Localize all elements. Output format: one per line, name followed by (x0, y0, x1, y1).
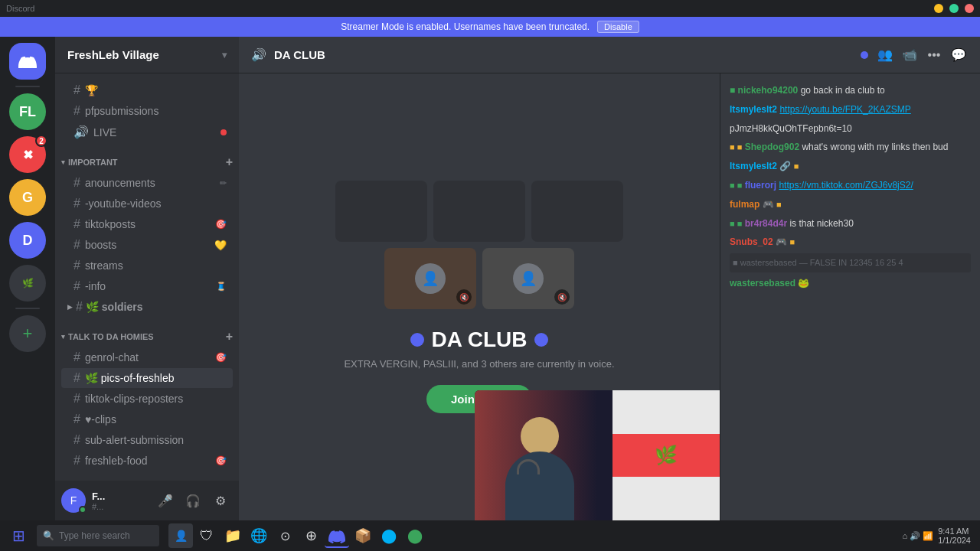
chat-link[interactable]: https://youtu.be/FPK_2KAZSMP (779, 104, 910, 115)
channel-item-hash-trophy[interactable]: # 🏆 (61, 80, 233, 100)
add-channel-btn-2[interactable]: + (226, 330, 233, 344)
hash-icon: # (74, 433, 80, 447)
chevron-down-icon: ▾ (222, 50, 227, 60)
hash-icon: # (74, 371, 80, 385)
channel-item-announcements[interactable]: # anouncements ✏ (61, 173, 233, 193)
server-name: FreshLeb Village (67, 48, 159, 61)
chat-username: wastersebased (730, 278, 795, 289)
taskbar-user-icon[interactable]: 👤 (168, 523, 193, 548)
channel-item-pics-of-freshleb[interactable]: # 🌿 pics-of-freshleb (61, 368, 233, 388)
add-server-btn[interactable]: + (9, 315, 46, 352)
settings-btn[interactable]: ⚙ (208, 488, 233, 513)
maximize-btn[interactable] (949, 4, 959, 13)
user-avatar[interactable]: F (61, 488, 86, 513)
boost-icon: 💛 (214, 240, 227, 251)
more-btn[interactable]: ••• (925, 46, 943, 64)
small-icon-3: ■ (789, 237, 795, 246)
channel-item-youtube-videos[interactable]: # -youtube-videos (61, 194, 233, 214)
channel-item-info[interactable]: # -info 🧵 (61, 276, 233, 296)
chat-username: fluerorj (745, 180, 776, 191)
chat-message-10: ■ wastersebased — FALSE IN 12345 16 25 4 (730, 253, 971, 272)
minimize-btn[interactable] (934, 4, 943, 13)
taskbar-apps: 👤 🛡 📁 🌐 ⊙ ⊕ 📦 ⬤ ⬤ (168, 523, 427, 548)
channel-item-streams[interactable]: # streams (61, 256, 233, 276)
chat-username: br4r84d4r (745, 218, 787, 229)
close-btn[interactable] (965, 4, 974, 13)
taskbar-browser-app[interactable]: 🌐 (247, 523, 271, 548)
app-body: FL ✖ 2 G D 🌿 + FreshLeb Village ▾ # 🏆 # … (0, 37, 980, 520)
system-clock: 9:41 AM1/1/2024 (938, 527, 971, 545)
video-grid: 👤 🔇 👤 🔇 (335, 181, 623, 309)
server-icon-list: FL ✖ 2 G D 🌿 + (0, 37, 55, 520)
hash-icon: # (74, 83, 80, 97)
headset-btn[interactable]: 🎧 (181, 488, 205, 513)
chat-emoji-icon-3: ■ ■ (730, 219, 742, 228)
topbar-actions: 👥 📹 ••• 💬 (876, 46, 968, 64)
channel-item-pfpsubmissions[interactable]: # pfpsubmissions (61, 101, 233, 121)
chat-message-8: ■ ■ br4r84d4r is that nickeh30 (730, 216, 971, 232)
channel-item-tiktok-clips-reposters[interactable]: # tiktok-clips-reposters (61, 389, 233, 409)
category-important[interactable]: ▾ IMPORTANT + (55, 143, 239, 172)
channel-item-boosts[interactable]: # boosts 💛 (61, 235, 233, 255)
chat-link-2[interactable]: https://vm.tiktok.com/ZGJ6v8jS2/ (779, 180, 913, 191)
add-channel-btn[interactable]: + (226, 155, 233, 169)
small-icon: ■ (794, 161, 799, 171)
disable-streamer-mode-btn[interactable]: Disable (597, 21, 639, 33)
channel-item-tiktokposts[interactable]: # tiktokposts 🎯 (61, 214, 233, 234)
chat-message-2: ltsmyleslt2 https://youtu.be/FPK_2KAZSMP (730, 102, 971, 118)
hash-icon: # (74, 197, 80, 210)
server-icon-dark[interactable]: 🌿 (9, 265, 46, 302)
server-icon-red[interactable]: ✖ 2 (9, 136, 46, 173)
taskbar-unknown2-app[interactable]: ⬤ (377, 523, 401, 548)
chat-username: ■ nickeho94200 (730, 85, 798, 96)
category-talk-to-da-homies[interactable]: ▾ TALK TO DA HOMIES + (55, 318, 239, 347)
voice-channel-title: DA CLUB (432, 328, 528, 352)
title-bar: Discord (0, 0, 980, 17)
channel-topbar: 🔊 DA CLUB 👥 📹 ••• 💬 (239, 37, 980, 73)
pencil-icon: ✏ (220, 178, 227, 188)
category-label: IMPORTANT (68, 158, 118, 167)
voice-channel-area: 👤 🔇 👤 🔇 DA CLUB EXTRA VERGI (239, 73, 720, 520)
chat-emoji-icon: ■ ■ (730, 142, 742, 152)
taskbar-origin-app[interactable]: ⊕ (299, 523, 323, 548)
video-btn[interactable]: 📹 (900, 46, 919, 64)
hash-icon: # (74, 392, 80, 406)
server-icon-blue2[interactable]: D (9, 222, 46, 259)
speaker-icon: 🔊 (74, 125, 89, 139)
add-friends-btn[interactable]: 👥 (876, 46, 894, 64)
channel-item-live[interactable]: 🔊 LIVE (61, 122, 233, 142)
hash-icon: # (74, 217, 80, 231)
taskbar-folder-app[interactable]: 📁 (220, 523, 245, 548)
hash-icon: # (74, 176, 80, 190)
chat-message-7: fulmap 🎮 ■ (730, 197, 971, 213)
server-icon-home[interactable] (9, 43, 46, 80)
voice-users-text: EXTRA VERGIN, PASLIII, and 3 others are … (344, 358, 614, 370)
taskbar-search[interactable]: 🔍 Type here search (37, 525, 159, 546)
channel-item-clips[interactable]: # ♥-clips (61, 409, 233, 429)
channel-item-genrol-chat[interactable]: # genrol-chat 🎯 (61, 347, 233, 367)
hash-icon: # (74, 279, 80, 293)
taskbar-unknown3-app[interactable]: ⬤ (403, 523, 427, 548)
window-controls (934, 4, 974, 13)
taskbar-unknown1-app[interactable]: 📦 (351, 523, 375, 548)
person-head (521, 417, 559, 455)
channel-item-sub-alert[interactable]: # sub-alert-submission (61, 430, 233, 450)
taskbar-shield-app[interactable]: 🛡 (194, 523, 219, 548)
server-name-header[interactable]: FreshLeb Village ▾ (55, 37, 239, 73)
tile-avatar-2: 👤 (513, 263, 544, 294)
tile-mute-icon-2: 🔇 (554, 289, 570, 305)
small-icon-2: ■ (776, 200, 782, 209)
webcam-bg: 🌿 (475, 390, 720, 520)
video-tile-1 (335, 181, 427, 242)
server-icon-fl[interactable]: FL (9, 93, 46, 130)
taskbar-discord-app[interactable] (325, 523, 349, 548)
channel-item-soldiers[interactable]: ▶ # 🌿 soldiers (61, 297, 233, 317)
discord-icon (328, 527, 345, 543)
topbar-channel-name: DA CLUB (274, 48, 853, 61)
server-icon-yellow[interactable]: G (9, 179, 46, 216)
mic-btn[interactable]: 🎤 (153, 488, 178, 513)
inbox-btn[interactable]: 💬 (949, 46, 968, 64)
start-button[interactable]: ⊞ (3, 523, 34, 548)
taskbar-steam-app[interactable]: ⊙ (273, 523, 297, 548)
channel-item-food[interactable]: # freshleb-food 🎯 (61, 451, 233, 468)
